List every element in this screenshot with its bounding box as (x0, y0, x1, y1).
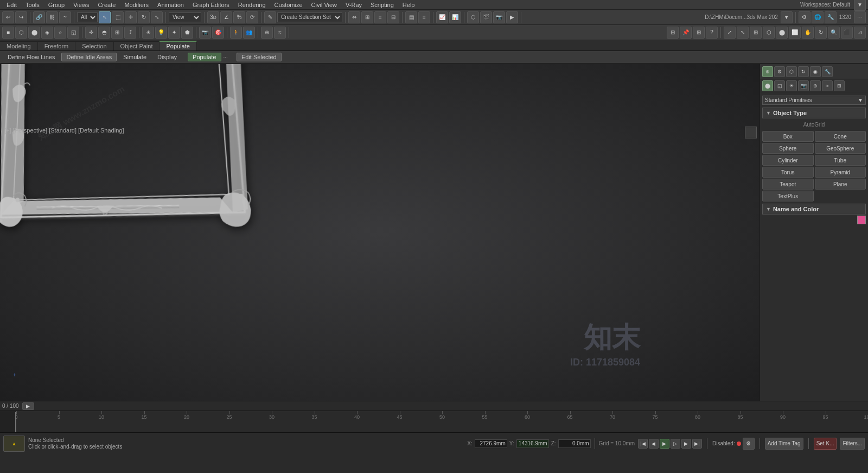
move-mode-btn[interactable]: ✛ (85, 27, 97, 39)
create-panel-icon[interactable]: ⊕ (762, 66, 773, 77)
tab-modeling[interactable]: Modeling (0, 41, 38, 51)
shapes-sub-icon[interactable]: ◱ (774, 80, 785, 91)
workspace-dropdown[interactable]: ▼ (854, 0, 866, 11)
angle-snap-btn[interactable]: ∠ (220, 11, 232, 23)
viewport-nav2[interactable]: ⤡ (737, 27, 749, 39)
set-key-btn[interactable]: Set K... (814, 438, 837, 450)
go-end-btn[interactable]: ▶| (692, 439, 702, 449)
edit-named-sel[interactable]: ✎ (264, 11, 276, 23)
tab-object-paint[interactable]: Object Paint (114, 41, 160, 51)
material-editor-btn[interactable]: ⬡ (467, 11, 479, 23)
cmd-display[interactable]: Display (153, 53, 181, 61)
play-selected-btn[interactable]: ▷ (671, 439, 680, 449)
cmd-simulate[interactable]: Simulate (119, 53, 151, 61)
obj-btn-textplus[interactable]: TextPlus (762, 191, 814, 201)
layer-manager-btn[interactable]: ▤ (405, 11, 417, 23)
modify-panel-icon[interactable]: ⚙ (774, 66, 785, 77)
light-btn4[interactable]: ⬟ (181, 27, 193, 39)
selection-set-btn[interactable]: ⊞ (693, 27, 705, 39)
systems-sub-icon[interactable]: ⊞ (834, 80, 845, 91)
select-link-btn[interactable]: 🔗 (33, 11, 45, 23)
light-btn2[interactable]: 💡 (155, 27, 167, 39)
menu-tools[interactable]: Tools (21, 2, 44, 8)
obj-create-btn2[interactable]: ⬡ (15, 27, 27, 39)
color-swatch[interactable] (857, 216, 866, 224)
timeline-arrow[interactable]: ▶ (22, 402, 34, 410)
motion-panel-icon[interactable]: ↻ (798, 66, 809, 77)
menu-views[interactable]: Views (69, 2, 93, 8)
next-frame-btn[interactable]: ▶ (681, 439, 691, 449)
cmd-populate[interactable]: Populate (188, 53, 221, 61)
tab-selection[interactable]: Selection (75, 41, 113, 51)
snap-3d-btn[interactable]: 3D (207, 11, 219, 23)
viewport-nav5[interactable]: ⬤ (776, 27, 788, 39)
mirror-btn[interactable]: ⇔ (348, 11, 360, 23)
obj-btn-box[interactable]: Box (762, 131, 814, 142)
named-sel-dropdown[interactable]: Create Selection Set (277, 12, 342, 22)
render-frame-btn[interactable]: 📷 (493, 11, 505, 23)
snap-override-btn[interactable]: ⊟ (667, 27, 679, 39)
camera-tgt-btn[interactable]: 🎯 (212, 27, 224, 39)
play-btn[interactable]: ▶ (660, 439, 669, 449)
biped-btn[interactable]: 🚶 (230, 27, 242, 39)
menu-help[interactable]: Help (398, 2, 419, 8)
x-input[interactable] (475, 439, 507, 448)
viewport[interactable]: [+] [Perspective] [Standard] [Default Sh… (0, 64, 760, 401)
menu-modifiers[interactable]: Modifiers (120, 2, 153, 8)
scale-btn[interactable]: ⤡ (151, 11, 163, 23)
spinner-snap-btn[interactable]: ⟳ (246, 11, 258, 23)
viewport-nav1[interactable]: ⤢ (724, 27, 736, 39)
viewport-zoom-all[interactable]: ⬛ (841, 27, 853, 39)
connect-btn[interactable]: ⤴ (124, 27, 136, 39)
viewport-zoom[interactable]: 🔍 (828, 27, 840, 39)
prev-frame-btn[interactable]: ◀ (649, 439, 659, 449)
light-btn3[interactable]: ✦ (168, 27, 180, 39)
object-type-header[interactable]: ▼ Object Type (762, 108, 866, 118)
scatter-btn[interactable]: ⊞ (111, 27, 123, 39)
obj-btn-torus[interactable]: Torus (762, 167, 814, 178)
bind-space-warp[interactable]: ~ (59, 11, 71, 23)
filter-dropdown[interactable]: All (77, 12, 98, 22)
menu-graph-editors[interactable]: Graph Editors (188, 2, 234, 8)
array-btn[interactable]: ⊞ (361, 11, 373, 23)
menu-vray[interactable]: V-Ray (341, 2, 366, 8)
select-move-btn[interactable]: ✛ (125, 11, 137, 23)
obj-create-btn6[interactable]: ◱ (67, 27, 79, 39)
camera-btn[interactable]: 📷 (199, 27, 211, 39)
percent-snap-btn[interactable]: % (233, 11, 245, 23)
obj-btn-sphere[interactable]: Sphere (762, 143, 814, 154)
menu-create[interactable]: Create (93, 2, 120, 8)
z-input[interactable] (558, 439, 591, 448)
spacewarp-btn[interactable]: ≈ (274, 27, 286, 39)
menu-customize[interactable]: Customize (270, 2, 307, 8)
menu-rendering[interactable]: Rendering (234, 2, 270, 8)
tab-populate[interactable]: Populate (159, 41, 196, 51)
quick-access-btn[interactable]: ? (706, 27, 718, 39)
spacewarps-sub-icon[interactable]: ≈ (822, 80, 833, 91)
timeline-track[interactable]: 0510152025303540455055606570758085909510… (0, 411, 868, 432)
obj-btn-teapot[interactable]: Teapot (762, 179, 814, 190)
geometry-sub-icon[interactable]: ⬤ (762, 80, 773, 91)
render-scene-btn[interactable]: 🎬 (480, 11, 492, 23)
menu-animation[interactable]: Animation (153, 2, 188, 8)
render-setup-btn[interactable]: ⚙ (799, 11, 810, 23)
obj-create-btn4[interactable]: ◈ (41, 27, 53, 39)
obj-btn-pyramid[interactable]: Pyramid (815, 167, 866, 178)
paint-btn[interactable]: ◓ (98, 27, 110, 39)
crowd-btn[interactable]: 👥 (243, 27, 255, 39)
view-dropdown[interactable]: View (169, 12, 201, 22)
obj-btn-plane[interactable]: Plane (815, 179, 866, 190)
align-btn[interactable]: ≡ (374, 11, 386, 23)
rotate-btn[interactable]: ↻ (138, 11, 150, 23)
render-tools-btn[interactable]: 🔧 (825, 11, 837, 23)
menu-civil-view[interactable]: Civil View (307, 2, 341, 8)
obj-btn-tube[interactable]: Tube (815, 155, 866, 166)
render-active-btn[interactable]: ▶ (506, 11, 518, 23)
menu-scripting[interactable]: Scripting (366, 2, 398, 8)
schematic-view-btn[interactable]: 📊 (449, 11, 461, 23)
utilities-panel-icon[interactable]: 🔧 (822, 66, 833, 77)
render-more-btn[interactable]: ⋯ (854, 11, 866, 23)
viewport-nav3[interactable]: ⊞ (750, 27, 762, 39)
primitives-dropdown[interactable]: Standard Primitives ▼ (762, 96, 866, 105)
helpers-btn[interactable]: ⊕ (261, 27, 273, 39)
